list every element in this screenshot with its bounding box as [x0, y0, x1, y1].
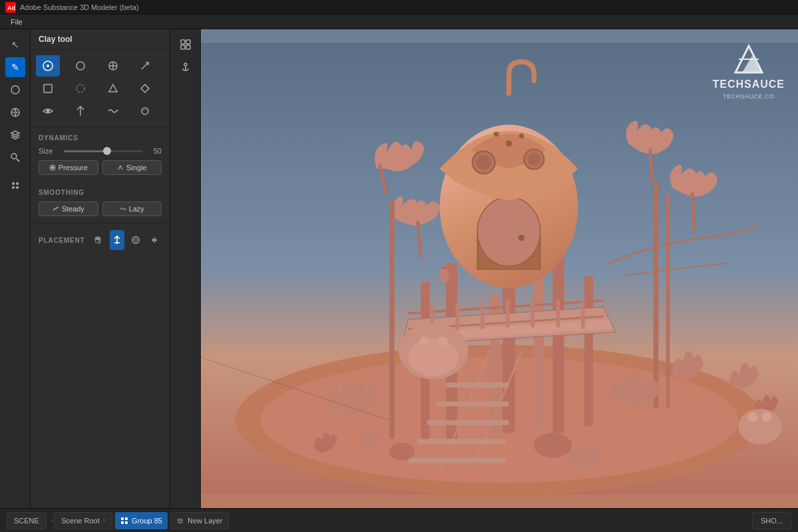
snap-placement-icon[interactable]: [147, 230, 162, 250]
svg-point-8: [16, 186, 19, 189]
svg-point-22: [134, 239, 137, 241]
brush-curve-btn[interactable]: [68, 78, 92, 99]
svg-rect-81: [125, 517, 128, 520]
size-value: 50: [148, 147, 162, 155]
tool-title: Clay tool: [31, 29, 170, 50]
svg-rect-62: [418, 439, 505, 444]
svg-point-2: [11, 86, 19, 94]
svg-rect-26: [186, 45, 190, 49]
svg-point-69: [569, 447, 600, 469]
smoothing-section: SMOOTHING Steady Lazy: [31, 182, 170, 223]
svg-rect-33: [553, 257, 564, 433]
scene-root-label: Scene Root: [61, 517, 99, 525]
pressure-label: Pressure: [59, 164, 88, 172]
smooth-tool-icon[interactable]: [5, 80, 25, 100]
brush-sphere-btn[interactable]: [68, 55, 92, 76]
dynamics-label: DYNAMICS: [39, 134, 162, 142]
size-slider-track[interactable]: [64, 150, 143, 152]
normal-placement-icon[interactable]: [110, 230, 124, 250]
svg-point-41: [518, 235, 524, 241]
brush-extra-btn[interactable]: [133, 100, 157, 122]
svg-rect-77: [442, 266, 447, 269]
radial-placement-icon[interactable]: [128, 230, 143, 250]
svg-point-27: [184, 63, 187, 66]
brush-box-btn[interactable]: [36, 78, 60, 99]
scene-label: SCENE: [14, 517, 39, 525]
brush-eye-btn[interactable]: [36, 100, 60, 122]
scene-root-btn[interactable]: Scene Root ›: [54, 512, 112, 529]
new-layer-label: New Layer: [188, 517, 223, 525]
layer-tool-icon[interactable]: [5, 125, 25, 145]
breadcrumb-arrow-1: ›: [51, 517, 53, 524]
svg-point-16: [76, 84, 84, 92]
svg-point-72: [738, 409, 782, 444]
techsauce-logo: [729, 43, 769, 76]
brush-crease-btn[interactable]: [133, 78, 157, 99]
right-mini-panel: [170, 29, 201, 508]
svg-point-73: [747, 412, 757, 422]
3d-viewport: [201, 29, 798, 508]
group-btn[interactable]: Group 85: [115, 512, 168, 529]
svg-point-20: [51, 166, 54, 169]
svg-rect-36: [585, 275, 593, 426]
menu-file[interactable]: File: [5, 17, 28, 27]
hand-placement-icon[interactable]: [91, 230, 106, 250]
title-text: Adobe Substance 3D Modeler (beta): [20, 3, 139, 11]
brush-round-btn[interactable]: [36, 55, 60, 76]
statusbar: SCENE › Scene Root › Group 85 New Layer …: [0, 508, 798, 532]
steady-label: Steady: [62, 205, 84, 213]
svg-rect-57: [556, 299, 560, 328]
svg-point-74: [761, 412, 771, 422]
svg-point-70: [390, 443, 415, 460]
svg-rect-53: [456, 303, 460, 331]
world-tool-icon[interactable]: [5, 102, 25, 122]
steady-btn[interactable]: Steady: [39, 201, 98, 216]
svg-point-67: [438, 336, 448, 346]
svg-rect-56: [531, 299, 535, 327]
single-btn[interactable]: Single: [102, 160, 162, 175]
select-tool-icon[interactable]: ↖: [5, 35, 25, 55]
extra-tool-icon[interactable]: [5, 176, 25, 196]
tool-grid: [31, 50, 170, 128]
svg-rect-55: [505, 299, 509, 328]
brand-name: TECHSAUCE: [712, 78, 785, 90]
arrow-right-icon: ›: [103, 517, 105, 524]
brush-flat-btn[interactable]: [101, 55, 125, 76]
dynamics-btn-row: Pressure Single: [39, 160, 162, 175]
svg-rect-35: [534, 269, 544, 426]
brush-wave-btn[interactable]: [101, 100, 125, 122]
single-label: Single: [126, 164, 147, 172]
move-snap-icon[interactable]: [176, 35, 196, 55]
new-layer-btn[interactable]: New Layer: [170, 512, 229, 529]
group-icon: [120, 517, 128, 525]
svg-rect-15: [44, 84, 52, 92]
clay-tool-icon[interactable]: ✎: [5, 57, 25, 77]
brush-spike-btn[interactable]: [68, 100, 92, 122]
anchor-icon[interactable]: [176, 57, 196, 77]
svg-rect-51: [666, 194, 670, 408]
main-layout: ↖ ✎ Clay tool: [0, 29, 798, 508]
svg-point-43: [476, 155, 491, 170]
viewport[interactable]: TECHSAUCE TECHSAUCE.CO: [201, 29, 798, 508]
new-layer-icon: [176, 517, 184, 525]
placement-label: PLACEMENT: [39, 237, 84, 244]
brush-triangle-btn[interactable]: [101, 78, 125, 99]
svg-marker-79: [742, 56, 762, 72]
svg-point-5: [12, 182, 15, 185]
svg-rect-50: [654, 182, 659, 408]
svg-point-17: [47, 110, 50, 113]
svg-rect-23: [181, 40, 185, 44]
pressure-btn[interactable]: Pressure: [39, 160, 98, 175]
dynamics-section: DYNAMICS Size 50 Pressure Single: [31, 128, 170, 182]
smoothing-label: SMOOTHING: [39, 189, 162, 196]
brush-drag-btn[interactable]: [133, 55, 157, 76]
scene-btn[interactable]: SCENE: [7, 512, 47, 529]
show-button[interactable]: SHO...: [752, 512, 791, 529]
lazy-btn[interactable]: Lazy: [102, 201, 162, 216]
svg-point-21: [132, 237, 139, 243]
svg-point-6: [16, 182, 19, 185]
svg-rect-82: [121, 521, 124, 524]
svg-point-65: [408, 338, 459, 376]
paint-tool-icon[interactable]: [5, 148, 25, 168]
adobe-icon: Ad: [5, 2, 16, 13]
